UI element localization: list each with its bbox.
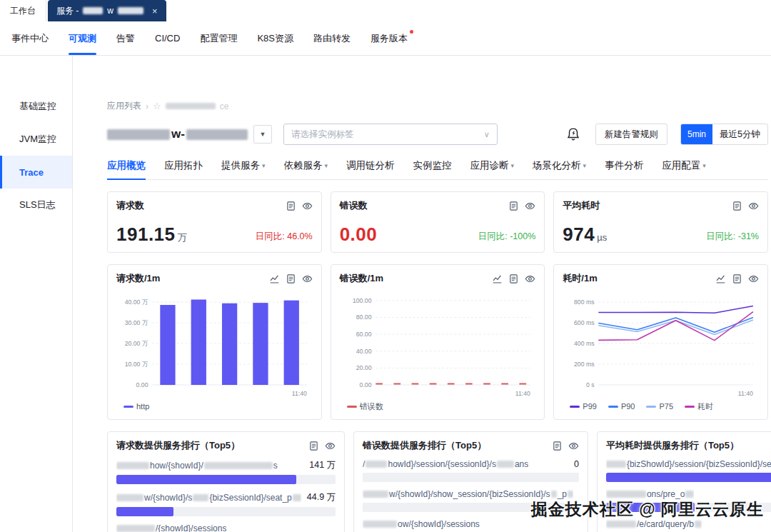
rank-item[interactable]: how/{showId}/s141 万: [116, 459, 336, 484]
eye-icon[interactable]: [325, 441, 336, 451]
tab-app-topology[interactable]: 应用拓扑: [164, 159, 203, 179]
eye-icon[interactable]: [525, 201, 535, 211]
chart-card-latency-per-minute: 耗时/1m800 ms600 ms400 ms200 ms0 s11:40P99…: [553, 264, 768, 420]
legend-item-错误数[interactable]: 错误数: [347, 401, 383, 412]
redacted-text: [497, 461, 514, 468]
nav-item-route-forwarding[interactable]: 路由转发: [313, 21, 351, 55]
tab-instance-monitoring[interactable]: 实例监控: [413, 159, 452, 179]
rank-item[interactable]: {bizShowId}/session/{bizSessionId}/se176…: [606, 459, 771, 482]
trend-icon[interactable]: [269, 273, 280, 284]
nav-item-alerts[interactable]: 告警: [116, 21, 135, 55]
chevron-down-icon: ∨: [484, 130, 490, 139]
tab-event-analysis[interactable]: 事件分析: [605, 159, 643, 179]
instance-tag-select[interactable]: 请选择实例标签 ∨: [283, 124, 498, 145]
tab-label: 应用概览: [107, 159, 146, 172]
eye-icon[interactable]: [302, 201, 313, 211]
legend-item-耗时[interactable]: 耗时: [685, 401, 713, 412]
rank-bar-track: [116, 475, 336, 484]
rank-value: 141 万: [309, 459, 336, 471]
card-title: 请求数: [116, 199, 144, 212]
app-title-visible: w-: [171, 127, 185, 141]
legend-item-P90[interactable]: P90: [608, 401, 635, 412]
legend-item-P75[interactable]: P75: [646, 401, 673, 412]
alert-bell-icon[interactable]: [565, 126, 581, 142]
legend-label: P75: [659, 402, 673, 411]
sidebar-item-jvm-monitoring[interactable]: JVM监控: [0, 123, 72, 156]
redacted-text: [116, 494, 143, 501]
eye-icon[interactable]: [302, 273, 313, 284]
log-icon[interactable]: [286, 201, 296, 211]
trend-icon[interactable]: [715, 273, 726, 284]
sidebar-item-sls-logs[interactable]: SLS日志: [0, 189, 72, 221]
card-header: 错误数提供服务排行（Top5）: [363, 439, 579, 452]
tab-app-diagnosis[interactable]: 应用诊断▾: [470, 159, 515, 179]
nav-item-k8s-resources[interactable]: K8S资源: [257, 21, 293, 55]
tab-app-config[interactable]: 应用配置▾: [662, 159, 706, 179]
service-tab[interactable]: 服务 - w ×: [48, 0, 166, 21]
card-title: 平均耗时: [563, 199, 600, 212]
new-alert-rule-button[interactable]: 新建告警规则: [595, 124, 667, 145]
workbench-link[interactable]: 工作台: [0, 0, 46, 21]
select-placeholder: 请选择实例标签: [291, 129, 354, 141]
star-icon[interactable]: ☆: [153, 101, 161, 111]
tab-app-overview[interactable]: 应用概览: [107, 159, 146, 179]
app-switcher-button[interactable]: ▼: [253, 125, 272, 144]
nav-item-event-center[interactable]: 事件中心: [11, 21, 49, 55]
app-header-row: w- ▼ 请选择实例标签 ∨ 新建告警规则: [107, 124, 768, 145]
rank-line: /howId}/session/{sessionId}/sans0: [363, 459, 579, 469]
card-header: 请求数/1m: [116, 272, 313, 285]
nav-item-config-management[interactable]: 配置管理: [200, 21, 237, 55]
log-icon[interactable]: [732, 201, 742, 211]
card-header: 平均耗时: [563, 199, 759, 212]
kpi-day-over-day: 日同比: -100%: [478, 231, 536, 245]
path-text: /: [363, 459, 365, 469]
rank-item[interactable]: /{showId}/sessions: [116, 523, 336, 532]
rank-item[interactable]: /howId}/session/{sessionId}/sans0: [363, 459, 579, 482]
endpoint-path: w/{showId}/show_session/{bizSessionId}/s…: [363, 489, 573, 499]
nav-item-service-version[interactable]: 服务版本: [371, 21, 408, 55]
tab-trace-analysis[interactable]: 调用链分析: [346, 159, 395, 179]
rank-item[interactable]: ow/{showId}/sessions: [363, 519, 579, 532]
rank-item[interactable]: /e/card/query/b: [606, 519, 771, 532]
redacted-text: [606, 491, 646, 498]
redacted-service-name: [83, 7, 103, 14]
rank-item[interactable]: w/{showId}/s{bizSessionId}/seat_p44.9 万: [116, 491, 336, 516]
breadcrumb-root[interactable]: 应用列表: [107, 100, 141, 112]
sidebar-item-basic-monitoring[interactable]: 基础监控: [0, 90, 72, 123]
eye-icon[interactable]: [568, 441, 579, 451]
tab-scenario-analysis[interactable]: 场景化分析▾: [533, 159, 586, 179]
log-icon[interactable]: [308, 441, 319, 451]
close-icon[interactable]: ×: [152, 6, 158, 16]
redacted-text: [568, 491, 573, 498]
eye-icon[interactable]: [525, 273, 535, 284]
redacted-text: [606, 521, 636, 528]
nav-item-observability[interactable]: 可观测: [69, 21, 96, 55]
trend-icon[interactable]: [492, 273, 503, 284]
chart-card-errors-per-minute: 错误数/1m100.0080.0060.0040.0020.000.0011:4…: [331, 264, 545, 420]
eye-icon[interactable]: [748, 201, 759, 211]
eye-icon[interactable]: [748, 273, 759, 284]
log-icon[interactable]: [508, 201, 519, 211]
tab-provided-services[interactable]: 提供服务▾: [221, 159, 266, 179]
legend-item-P99[interactable]: P99: [570, 401, 597, 412]
log-icon[interactable]: [508, 273, 519, 284]
legend-item-http[interactable]: http: [124, 401, 149, 412]
time-range-control[interactable]: 5min 最近5分钟: [680, 124, 768, 145]
path-text: ons/pre_o: [647, 489, 685, 499]
caret-down-icon: ▾: [702, 162, 706, 169]
tab-dependent-services[interactable]: 依赖服务▾: [284, 159, 328, 179]
main-nav: 事件中心可观测告警CI/CD配置管理K8S资源路由转发服务版本: [0, 21, 771, 56]
sidebar-item-trace[interactable]: Trace: [0, 156, 72, 189]
log-icon[interactable]: [552, 441, 563, 451]
kpi-body: 974µs日同比: -31%: [563, 224, 759, 245]
path-text: how/{showId}/: [150, 461, 203, 471]
log-icon[interactable]: [286, 273, 296, 284]
legend-label: 错误数: [360, 401, 383, 412]
svg-text:10.00 万: 10.00 万: [125, 361, 148, 368]
time-badge: 5min: [681, 124, 712, 144]
nav-item-cicd[interactable]: CI/CD: [155, 21, 180, 55]
svg-text:60.00: 60.00: [356, 331, 371, 338]
card-header: 错误数/1m: [340, 272, 536, 285]
log-icon[interactable]: [732, 273, 742, 284]
tab-label: 调用链分析: [346, 159, 395, 172]
